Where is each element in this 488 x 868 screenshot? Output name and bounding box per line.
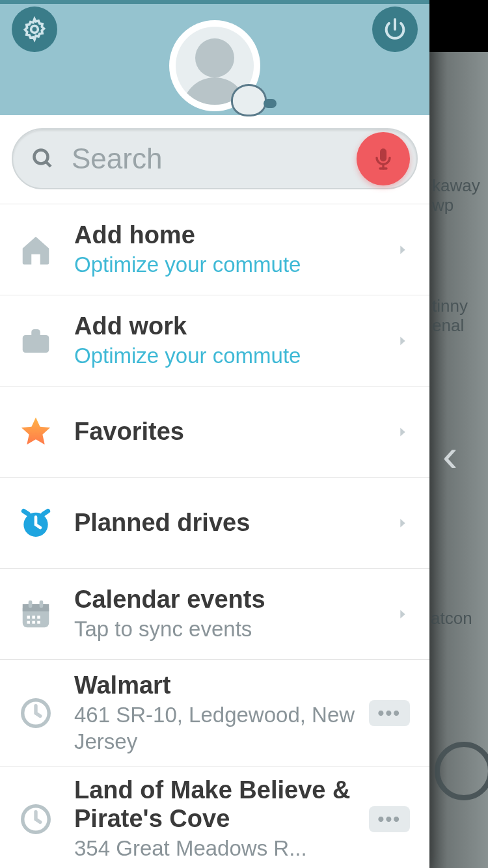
microphone-icon xyxy=(370,146,396,172)
waze-mascot-icon xyxy=(231,84,267,116)
map-peek: kaway wp tinny enal atcon ‹ xyxy=(429,0,488,868)
svg-rect-10 xyxy=(29,600,33,607)
clock-icon xyxy=(18,696,53,731)
star-icon xyxy=(18,414,53,450)
avatar[interactable] xyxy=(169,20,260,111)
search-icon xyxy=(31,147,55,170)
item-title: Walmart xyxy=(74,671,361,700)
add-home-item[interactable]: Add home Optimize your commute xyxy=(0,204,429,295)
svg-rect-16 xyxy=(32,621,35,624)
map-collapse-chevron-icon[interactable]: ‹ xyxy=(442,429,457,481)
svg-rect-13 xyxy=(32,616,35,619)
item-title: Calendar events xyxy=(74,586,388,614)
settings-button[interactable] xyxy=(12,7,57,52)
map-label: atcon xyxy=(431,608,472,629)
calendar-events-item[interactable]: Calendar events Tap to sync events xyxy=(0,569,429,660)
map-label: tinny xyxy=(432,296,468,316)
item-title: Add work xyxy=(74,312,388,341)
favorites-item[interactable]: Favorites xyxy=(0,387,429,478)
search-input[interactable]: Search xyxy=(12,128,418,189)
chevron-right-icon xyxy=(396,516,410,530)
map-label: wp xyxy=(432,195,454,215)
svg-rect-3 xyxy=(380,148,386,161)
svg-line-2 xyxy=(46,162,51,167)
header xyxy=(0,0,429,115)
more-options-button[interactable]: ••• xyxy=(369,700,410,726)
item-subtitle: Optimize your commute xyxy=(74,251,388,278)
voice-search-button[interactable] xyxy=(357,132,410,185)
chevron-right-icon xyxy=(396,243,410,257)
calendar-icon xyxy=(18,597,53,632)
power-icon xyxy=(382,16,408,42)
svg-rect-15 xyxy=(27,621,31,624)
planned-drives-item[interactable]: Planned drives xyxy=(0,478,429,569)
item-title: Favorites xyxy=(74,418,388,446)
chevron-right-icon xyxy=(396,425,410,439)
chevron-right-icon xyxy=(396,334,410,348)
search-row: Search xyxy=(0,115,429,204)
chevron-right-icon xyxy=(396,607,410,621)
svg-rect-6 xyxy=(23,335,49,353)
recent-item[interactable]: Land of Make Believe & Pirate's Cove 354… xyxy=(0,767,429,868)
alarm-clock-icon xyxy=(18,505,54,541)
svg-rect-9 xyxy=(23,604,49,611)
home-icon xyxy=(18,232,53,267)
item-subtitle: 354 Great Meadows R... xyxy=(74,835,361,861)
item-subtitle: Tap to sync events xyxy=(74,616,388,642)
add-work-item[interactable]: Add work Optimize your commute xyxy=(0,295,429,387)
more-options-button[interactable]: ••• xyxy=(369,806,410,832)
item-title: Planned drives xyxy=(74,509,388,537)
menu-list: Add home Optimize your commute Add work … xyxy=(0,204,429,868)
item-subtitle: Optimize your commute xyxy=(74,342,388,369)
svg-rect-12 xyxy=(27,616,31,619)
sidebar-panel: Search Add home Optimize your commute xyxy=(0,0,429,868)
item-subtitle: 461 SR-10, Ledgewood, New Jersey xyxy=(74,701,361,755)
svg-rect-17 xyxy=(37,621,40,624)
clock-icon xyxy=(18,802,53,837)
map-recenter-icon[interactable] xyxy=(435,742,488,800)
gear-icon xyxy=(21,16,47,42)
svg-point-1 xyxy=(34,150,48,164)
power-button[interactable] xyxy=(372,7,418,52)
item-title: Land of Make Believe & Pirate's Cove xyxy=(74,776,361,833)
item-title: Add home xyxy=(74,221,388,250)
search-placeholder: Search xyxy=(72,142,357,175)
svg-rect-11 xyxy=(40,600,44,607)
briefcase-icon xyxy=(18,323,53,359)
svg-rect-14 xyxy=(37,616,40,619)
map-label: enal xyxy=(432,316,464,336)
recent-item[interactable]: Walmart 461 SR-10, Ledgewood, New Jersey… xyxy=(0,660,429,767)
svg-point-0 xyxy=(31,26,38,33)
map-label: kaway xyxy=(432,176,480,196)
